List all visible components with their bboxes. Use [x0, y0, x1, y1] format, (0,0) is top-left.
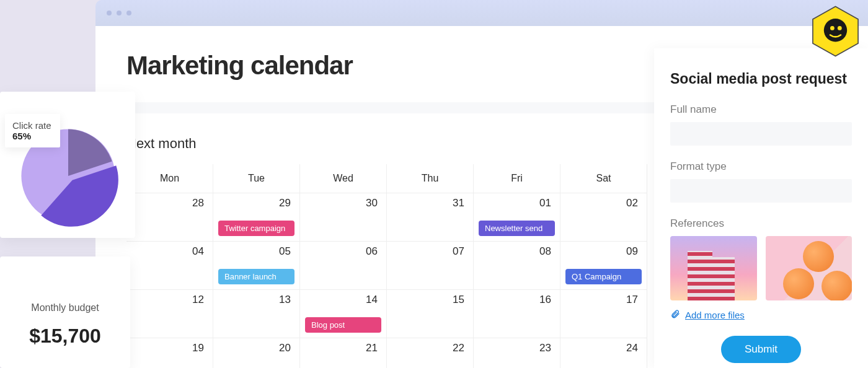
calendar-event[interactable]: Newsletter send	[479, 221, 555, 236]
calendar-day-header: Mon	[126, 164, 213, 193]
calendar-event[interactable]: Twitter campaign	[218, 221, 294, 236]
references-label: References	[670, 217, 852, 230]
add-more-files-label: Add more files	[685, 310, 745, 320]
format-type-input[interactable]	[670, 179, 852, 203]
calendar-cell[interactable]: 22	[387, 338, 474, 368]
calendar-day-header: Fri	[474, 164, 560, 193]
panel-title: Social media post request	[670, 71, 852, 87]
click-rate-callout: Click rate 65%	[5, 114, 60, 147]
browser-titlebar	[95, 0, 868, 26]
full-name-input[interactable]	[670, 122, 852, 146]
calendar-cell[interactable]: 05Banner launch	[213, 241, 300, 289]
svg-point-2	[830, 26, 835, 30]
calendar-day-header: Tue	[213, 164, 300, 193]
calendar-cell[interactable]: 08	[474, 241, 560, 289]
budget-label: Monthly budget	[31, 302, 99, 313]
calendar-date-number: 02	[626, 197, 638, 209]
calendar-date-number: 12	[192, 294, 204, 306]
paperclip-icon	[670, 309, 680, 321]
calendar-date-number: 01	[539, 197, 551, 209]
calendar-date-number: 09	[626, 245, 638, 258]
calendar-date-number: 15	[453, 294, 464, 306]
calendar-cell[interactable]: 16	[474, 289, 560, 338]
calendar-cell[interactable]: 29Twitter campaign	[213, 193, 300, 241]
calendar-cell[interactable]: 04	[126, 241, 213, 289]
calendar-date-number: 21	[366, 342, 378, 354]
calendar-date-number: 16	[539, 294, 551, 306]
calendar-cell[interactable]: 01Newsletter send	[474, 193, 560, 241]
calendar-cell[interactable]: 31	[387, 193, 474, 241]
calendar-date-number: 14	[366, 294, 378, 306]
calendar-date-number: 05	[279, 245, 291, 258]
calendar-date-number: 30	[366, 197, 378, 209]
calendar-cell[interactable]: 09Q1 Campaign	[560, 241, 647, 289]
calendar-date-number: 29	[279, 197, 291, 209]
calendar-date-number: 23	[539, 342, 551, 354]
calendar-cell[interactable]: 14Blog post	[300, 289, 387, 338]
calendar-cell[interactable]: 15	[387, 289, 474, 338]
social-post-form: Social media post request Full name Form…	[654, 48, 868, 368]
calendar-cell[interactable]: 28	[126, 193, 213, 241]
calendar-date-number: 28	[192, 197, 204, 209]
calendar-cell[interactable]: 07	[387, 241, 474, 289]
format-type-label: Format type	[670, 160, 852, 173]
calendar-date-number: 31	[453, 197, 464, 209]
calendar-event[interactable]: Q1 Campaign	[565, 269, 642, 284]
svg-point-3	[838, 26, 842, 30]
calendar-cell[interactable]: 19	[126, 338, 213, 368]
mailchimp-logo	[809, 5, 862, 58]
click-rate-value: 65%	[12, 131, 51, 141]
calendar-grid: MonTueWedThuFriSat 2829Twitter campaign3…	[126, 164, 647, 368]
window-dot	[117, 11, 122, 15]
submit-button[interactable]: Submit	[721, 336, 801, 363]
calendar-day-header: Wed	[300, 164, 387, 193]
calendar-date-number: 22	[453, 342, 464, 354]
calendar-day-header: Thu	[387, 164, 474, 193]
reference-thumbnail[interactable]	[766, 236, 852, 300]
full-name-label: Full name	[670, 103, 852, 116]
calendar-date-number: 19	[192, 342, 204, 354]
calendar-cell[interactable]: 13	[213, 289, 300, 338]
calendar-date-number: 04	[192, 245, 204, 258]
reference-thumbnail[interactable]	[670, 236, 757, 300]
click-rate-label: Click rate	[12, 120, 51, 131]
calendar-cell[interactable]: 24	[560, 338, 647, 368]
calendar-date-number: 20	[279, 342, 291, 354]
calendar-cell[interactable]: 17	[560, 289, 647, 338]
calendar-cell[interactable]: 20	[213, 338, 300, 368]
calendar-date-number: 17	[626, 294, 638, 306]
add-more-files-link[interactable]: Add more files	[670, 309, 852, 321]
window-dot	[126, 11, 131, 15]
calendar-cell[interactable]: 30	[300, 193, 387, 241]
calendar-cell[interactable]: 12	[126, 289, 213, 338]
calendar-day-header: Sat	[560, 164, 647, 193]
calendar-cell[interactable]: 06	[300, 241, 387, 289]
calendar-event[interactable]: Blog post	[305, 317, 381, 333]
calendar-cell[interactable]: 02	[560, 193, 647, 241]
svg-point-1	[824, 19, 847, 42]
calendar-date-number: 13	[279, 294, 291, 306]
calendar-cell[interactable]: 23	[474, 338, 560, 368]
window-dot	[107, 11, 112, 15]
calendar-date-number: 06	[366, 245, 378, 258]
calendar-date-number: 07	[453, 245, 464, 258]
budget-amount: $15,700	[29, 325, 101, 348]
calendar-date-number: 24	[626, 342, 638, 354]
calendar-event[interactable]: Banner launch	[218, 269, 294, 284]
calendar-date-number: 08	[539, 245, 551, 258]
budget-card: Monthly budget $15,700	[0, 256, 130, 368]
calendar-cell[interactable]: 21	[300, 338, 387, 368]
